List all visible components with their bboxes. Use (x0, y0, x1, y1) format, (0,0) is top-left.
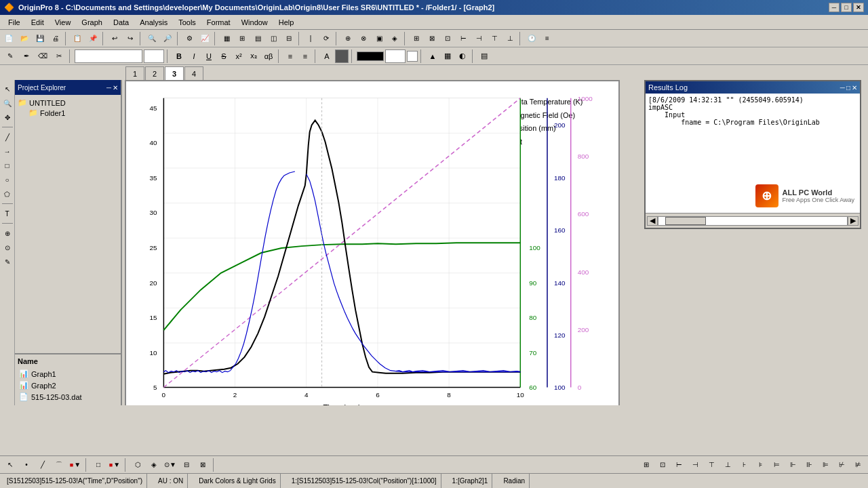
zoom-tool[interactable]: 🔍 (1, 97, 14, 109)
text-tool[interactable]: T (1, 207, 14, 220)
menu-edit[interactable]: Edit (26, 17, 50, 28)
bt-r12[interactable]: ⊫ (818, 458, 833, 472)
pattern-btn[interactable]: ▦ (441, 49, 454, 63)
rl-scroll-thumb[interactable] (665, 217, 706, 225)
bt-line[interactable]: ╱ (35, 458, 50, 472)
tb-extra18[interactable]: ⊥ (502, 31, 517, 46)
menu-tools[interactable]: Tools (173, 17, 201, 28)
tb-extra8[interactable]: ⊕ (340, 31, 355, 46)
gradient-btn[interactable]: ◐ (456, 49, 469, 63)
save-btn[interactable]: 💾 (33, 31, 47, 46)
bt-r9[interactable]: ⊨ (769, 458, 784, 472)
explorer-minimize[interactable]: ─ (106, 84, 111, 92)
draw-ellipse-tool[interactable]: ○ (1, 174, 14, 186)
draw-rect-tool[interactable]: □ (1, 159, 14, 171)
tree-folder1[interactable]: 📁 Folder1 (18, 108, 118, 118)
draw-arrow-tool[interactable]: → (1, 145, 14, 157)
tab-1[interactable]: 1 (125, 66, 144, 80)
bt-extra3[interactable]: ⊟ (179, 458, 194, 472)
script-btn[interactable]: ⚙ (182, 31, 197, 46)
copy-btn[interactable]: 📋 (70, 31, 85, 46)
alpha-button[interactable]: αβ (262, 49, 275, 63)
results-log-scrollbar[interactable]: ◀ ▶ (646, 213, 860, 228)
tb-extra15[interactable]: ⊢ (456, 31, 471, 46)
color-btn[interactable]: A (320, 49, 334, 63)
menu-file[interactable]: File (3, 17, 26, 28)
line-width-input[interactable]: 0.5 (385, 49, 406, 63)
color-swatch[interactable] (335, 49, 349, 63)
bt-r1[interactable]: ⊞ (639, 458, 654, 472)
print-btn[interactable]: 🖨 (48, 31, 63, 46)
bt-r14[interactable]: ⊭ (850, 458, 865, 472)
tb-extra4[interactable]: ◫ (266, 31, 281, 46)
rl-close[interactable]: ✕ (852, 84, 857, 92)
tb-extra7[interactable]: ⟳ (319, 31, 334, 46)
bt-pointer[interactable]: ↖ (3, 458, 18, 472)
italic-button[interactable]: I (187, 49, 201, 63)
bt-r3[interactable]: ⊢ (671, 458, 686, 472)
name-datfile[interactable]: 📄 515-125-03.dat (18, 391, 118, 403)
open-btn[interactable]: 📂 (17, 31, 32, 46)
line-style[interactable] (357, 52, 384, 61)
bt-extra1[interactable]: ◈ (146, 458, 161, 472)
tb-extra13[interactable]: ⊠ (425, 31, 439, 46)
tb-extra1[interactable]: ▦ (219, 31, 234, 46)
tb-extra16[interactable]: ⊣ (471, 31, 486, 46)
select-tool[interactable]: ↖ (1, 83, 14, 95)
bt-extra2[interactable]: ⊙▼ (163, 458, 178, 472)
underline-button[interactable]: U (202, 49, 216, 63)
rl-minimize[interactable]: ─ (840, 84, 845, 92)
screen-reader-tool[interactable]: ⊙ (1, 241, 14, 253)
bt-color[interactable]: ■▼ (68, 458, 83, 472)
bt-curve[interactable]: ⌒ (52, 458, 66, 472)
name-graph2[interactable]: 📊 Graph2 (18, 380, 118, 391)
maximize-button[interactable]: □ (841, 3, 852, 12)
bt-r2[interactable]: ⊡ (655, 458, 670, 472)
bold-button[interactable]: B (172, 49, 186, 63)
bt-rectfill[interactable]: ■▼ (107, 458, 122, 472)
minimize-button[interactable]: ─ (829, 3, 840, 12)
rl-scroll-track[interactable] (658, 216, 848, 226)
rl-scroll-right[interactable]: ▶ (848, 216, 859, 226)
bt-r8[interactable]: ⊧ (753, 458, 768, 472)
bt-r13[interactable]: ⊬ (834, 458, 849, 472)
tb2-extra1[interactable]: ✎ (3, 49, 18, 64)
more-btn[interactable]: ▤ (477, 49, 491, 63)
tab-4[interactable]: 4 (184, 66, 203, 80)
bt-r7[interactable]: ⊦ (736, 458, 751, 472)
pan-tool[interactable]: ✥ (1, 111, 14, 123)
tb-extra20[interactable]: ≡ (540, 31, 555, 46)
bt-extra4[interactable]: ⊠ (195, 458, 210, 472)
tb-extra6[interactable]: | (303, 31, 318, 46)
menu-format[interactable]: Format (201, 17, 236, 28)
font-name-input[interactable]: Default: Ar (75, 49, 142, 63)
draw-poly-tool[interactable]: ⬠ (1, 188, 14, 200)
align-left-btn[interactable]: ≡ (283, 49, 297, 63)
tree-untitled[interactable]: 📁 UNTITLED (18, 98, 118, 108)
name-graph1[interactable]: 📊 Graph1 (18, 368, 118, 380)
rl-maximize[interactable]: □ (846, 84, 850, 92)
annotation-tool[interactable]: ✎ (1, 256, 14, 268)
menu-window[interactable]: Window (236, 17, 273, 28)
tb-extra17[interactable]: ⊤ (487, 31, 502, 46)
align-center-btn[interactable]: ≡ (298, 49, 312, 63)
strikethrough-button[interactable]: S (217, 49, 231, 63)
bt-r10[interactable]: ⊩ (785, 458, 800, 472)
paste-btn[interactable]: 📌 (85, 31, 100, 46)
superscript-button[interactable]: x² (232, 49, 245, 63)
subscript-button[interactable]: x₂ (247, 49, 260, 63)
bt-clip[interactable]: ⬡ (130, 458, 145, 472)
tb-extra19[interactable]: 🕐 (524, 31, 539, 46)
fill-btn[interactable]: ▲ (426, 49, 439, 63)
tb2-extra2[interactable]: ✒ (19, 49, 34, 64)
menu-analysis[interactable]: Analysis (134, 17, 173, 28)
tb-extra5[interactable]: ⊟ (281, 31, 296, 46)
menu-graph[interactable]: Graph (76, 17, 108, 28)
tb-extra3[interactable]: ▤ (250, 31, 265, 46)
tb2-extra4[interactable]: ✂ (52, 49, 66, 64)
explorer-close[interactable]: ✕ (113, 84, 118, 92)
tb-extra14[interactable]: ⊡ (440, 31, 455, 46)
zoom-out-btn[interactable]: 🔎 (160, 31, 175, 46)
menu-view[interactable]: View (50, 17, 77, 28)
tb-extra10[interactable]: ▣ (372, 31, 387, 46)
